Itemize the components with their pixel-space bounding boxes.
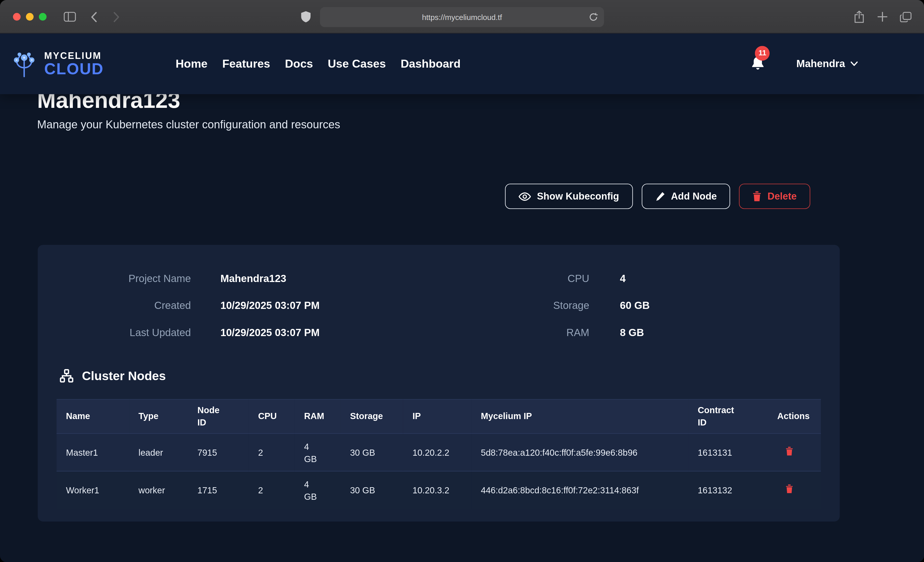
cell-name: Worker1	[57, 471, 129, 509]
tab-overview-icon[interactable]	[900, 0, 912, 34]
nav-item-docs[interactable]: Docs	[285, 57, 313, 71]
cluster-info-right: CPU 4 Storage 60 GB RAM 8 GB	[507, 265, 650, 346]
cell-type: leader	[129, 433, 188, 471]
col-cpu: CPU	[249, 399, 295, 433]
add-node-button[interactable]: Add Node	[641, 184, 730, 209]
project-name-value: Mahendra123	[220, 272, 286, 285]
address-bar[interactable]: https://myceliumcloud.tf	[320, 7, 604, 27]
cell-storage: 30 GB	[340, 433, 403, 471]
table-header-row: Name Type Node ID CPU RAM Storage IP Myc…	[57, 399, 821, 433]
pencil-icon	[655, 191, 665, 201]
add-node-label: Add Node	[671, 191, 717, 202]
cluster-details-card: Project Name Mahendra123 Created 10/29/2…	[38, 245, 840, 522]
info-row: Created 10/29/2025 03:07 PM	[38, 292, 320, 319]
sidebar-toggle-icon[interactable]	[64, 0, 76, 34]
share-icon[interactable]	[854, 0, 864, 34]
show-kubeconfig-label: Show Kubeconfig	[537, 191, 619, 202]
page-content: Mahendra123 Manage your Kubernetes clust…	[0, 34, 924, 562]
cell-node-id: 1715	[188, 471, 249, 509]
cluster-nodes-table: Name Type Node ID CPU RAM Storage IP Myc…	[57, 399, 821, 509]
nav-item-dashboard[interactable]: Dashboard	[400, 57, 460, 71]
close-window-button[interactable]	[13, 13, 21, 21]
cell-ram: 4 GB	[295, 471, 340, 509]
created-value: 10/29/2025 03:07 PM	[220, 299, 320, 311]
delete-cluster-button[interactable]: Delete	[740, 184, 810, 209]
new-tab-icon[interactable]	[878, 0, 887, 34]
col-ram: RAM	[295, 399, 340, 433]
col-ip: IP	[403, 399, 472, 433]
cell-type: worker	[129, 471, 188, 509]
back-button-icon[interactable]	[91, 0, 97, 34]
browser-window: https://myceliumcloud.tf	[0, 0, 924, 562]
cluster-actions-row: Show Kubeconfig Add Node	[505, 184, 810, 209]
cell-cpu: 2	[249, 471, 295, 509]
cell-ip: 10.20.2.2	[403, 433, 472, 471]
web-page: Mahendra123 Manage your Kubernetes clust…	[0, 34, 924, 562]
url-text: https://myceliumcloud.tf	[422, 13, 502, 21]
privacy-shield-icon[interactable]	[301, 0, 310, 34]
delete-node-icon[interactable]	[786, 485, 793, 493]
nav-item-use-cases[interactable]: Use Cases	[328, 57, 386, 71]
user-name: Mahendra	[796, 58, 845, 70]
page-subtitle: Manage your Kubernetes cluster configura…	[37, 118, 340, 132]
storage-label: Storage	[507, 299, 590, 311]
logo-word-cloud: CLOUD	[44, 61, 104, 77]
col-type: Type	[129, 399, 188, 433]
info-row: CPU 4	[507, 265, 650, 292]
created-label: Created	[38, 299, 191, 311]
col-storage: Storage	[340, 399, 403, 433]
cell-mycelium-ip: 5d8:78ea:a120:f40c:ff0f:a5fe:99e6:8b96	[471, 433, 688, 471]
nav-links: Home Features Docs Use Cases Dashboard	[176, 57, 460, 71]
cell-ip: 10.20.3.2	[403, 471, 472, 509]
nav-item-features[interactable]: Features	[222, 57, 270, 71]
delete-label: Delete	[768, 191, 797, 202]
logo-word-mycelium: MYCELIUM	[44, 51, 104, 60]
col-name: Name	[57, 399, 129, 433]
logo-text: MYCELIUM CLOUD	[44, 51, 104, 77]
forward-button-icon[interactable]	[113, 0, 120, 34]
cluster-nodes-header: Cluster Nodes	[59, 368, 166, 384]
logo[interactable]: MYCELIUM CLOUD	[9, 50, 104, 78]
trash-icon	[753, 191, 761, 201]
reload-icon[interactable]	[589, 12, 598, 22]
zoom-window-button[interactable]	[39, 13, 46, 21]
cell-actions	[768, 433, 821, 471]
cpu-value: 4	[620, 272, 626, 285]
last-updated-label: Last Updated	[38, 326, 191, 339]
cell-name: Master1	[57, 433, 129, 471]
col-mycelium-ip: Mycelium IP	[471, 399, 688, 433]
cell-node-id: 7915	[188, 433, 249, 471]
cell-mycelium-ip: 446:d2a6:8bcd:8c16:ff0f:72e2:3114:863f	[471, 471, 688, 509]
browser-toolbar: https://myceliumcloud.tf	[0, 0, 924, 34]
cell-contract-id: 1613132	[688, 471, 768, 509]
nav-right: 11 Mahendra	[750, 55, 858, 73]
info-row: Project Name Mahendra123	[38, 265, 320, 292]
col-node-id: Node ID	[188, 399, 249, 433]
cluster-info-left: Project Name Mahendra123 Created 10/29/2…	[38, 265, 320, 346]
minimize-window-button[interactable]	[26, 13, 34, 21]
show-kubeconfig-button[interactable]: Show Kubeconfig	[505, 184, 633, 209]
storage-value: 60 GB	[620, 299, 650, 311]
cell-ram: 4 GB	[295, 433, 340, 471]
chevron-down-icon	[850, 61, 858, 67]
cell-storage: 30 GB	[340, 471, 403, 509]
cluster-nodes-icon	[59, 368, 74, 384]
site-navbar: MYCELIUM CLOUD Home Features Docs Use Ca…	[0, 34, 924, 94]
notifications-button[interactable]: 11	[750, 55, 767, 73]
project-name-label: Project Name	[38, 272, 191, 285]
cell-contract-id: 1613131	[688, 433, 768, 471]
scaled-viewport: https://myceliumcloud.tf	[0, 0, 924, 562]
table-row: Master1 leader 7915 2 4 GB 30 GB 10.20.2…	[57, 433, 821, 471]
ram-value: 8 GB	[620, 326, 644, 339]
user-menu[interactable]: Mahendra	[796, 58, 858, 70]
table-row: Worker1 worker 1715 2 4 GB 30 GB 10.20.3…	[57, 471, 821, 509]
info-row: RAM 8 GB	[507, 319, 650, 346]
traffic-lights	[13, 13, 46, 21]
cell-actions	[768, 471, 821, 509]
eye-icon	[519, 191, 531, 201]
nav-item-home[interactable]: Home	[176, 57, 208, 71]
delete-node-icon[interactable]	[786, 447, 793, 456]
info-row: Last Updated 10/29/2025 03:07 PM	[38, 319, 320, 346]
cell-cpu: 2	[249, 433, 295, 471]
notification-badge: 11	[755, 46, 770, 60]
